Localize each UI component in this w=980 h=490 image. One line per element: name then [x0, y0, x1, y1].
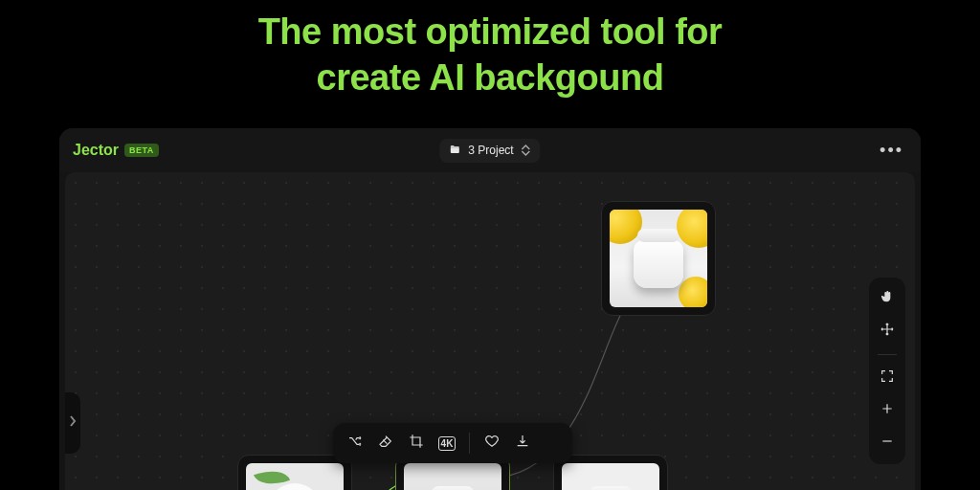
- canvas-node[interactable]: [553, 455, 668, 490]
- canvas-node[interactable]: [237, 455, 352, 490]
- crop-button[interactable]: [402, 429, 431, 457]
- node-thumbnail: [610, 210, 707, 307]
- view-toolbar: [869, 278, 905, 464]
- eraser-icon: [378, 434, 393, 453]
- crop-icon: [409, 434, 424, 453]
- favorite-button[interactable]: [478, 429, 506, 457]
- fit-icon: [880, 368, 895, 388]
- download-button[interactable]: [508, 429, 537, 457]
- folder-icon: [449, 144, 460, 158]
- quality-4k-button[interactable]: 4K: [433, 429, 461, 457]
- project-selector[interactable]: 3 Project: [439, 139, 540, 163]
- move-tool-button[interactable]: [874, 318, 901, 345]
- zoom-out-button[interactable]: [874, 430, 901, 457]
- canvas-node[interactable]: [601, 201, 716, 316]
- plus-icon: [880, 401, 895, 420]
- project-selector-label: 3 Project: [468, 144, 513, 157]
- quality-4k-label: 4K: [438, 436, 457, 451]
- brand-beta-badge: BETA: [124, 144, 159, 157]
- topbar: Jector BETA 3 Project •••: [59, 128, 921, 172]
- hero-title: The most optimized tool for create AI ba…: [0, 0, 980, 100]
- shuffle-icon: [347, 434, 363, 453]
- left-drawer-handle[interactable]: [65, 392, 80, 454]
- node-thumbnail: [562, 463, 659, 490]
- brand-name: Jector: [73, 142, 119, 159]
- toolbar-divider: [469, 433, 470, 454]
- minus-icon: [880, 434, 895, 453]
- toolbar-divider: [878, 354, 897, 355]
- fit-view-button[interactable]: [874, 365, 901, 391]
- node-thumbnail: [246, 463, 344, 490]
- chevron-updown-icon: [522, 145, 531, 156]
- zoom-in-button[interactable]: [874, 397, 901, 424]
- shuffle-button[interactable]: [341, 429, 369, 457]
- chevron-right-icon: [69, 414, 77, 432]
- hand-tool-button[interactable]: [874, 285, 901, 312]
- hand-icon: [880, 289, 895, 308]
- canvas[interactable]: 4K: [65, 172, 915, 490]
- erase-button[interactable]: [371, 429, 400, 457]
- node-toolbar: 4K: [333, 423, 572, 463]
- app-window: Jector BETA 3 Project •••: [59, 128, 921, 490]
- node-thumbnail: [404, 463, 501, 490]
- move-icon: [880, 322, 895, 341]
- hero-title-line1: The most optimized tool for: [258, 11, 723, 52]
- more-menu-button[interactable]: •••: [876, 137, 907, 165]
- download-icon: [515, 434, 530, 453]
- hero-title-line2: create AI backgound: [317, 57, 664, 98]
- heart-icon: [484, 434, 500, 453]
- brand: Jector BETA: [73, 142, 159, 159]
